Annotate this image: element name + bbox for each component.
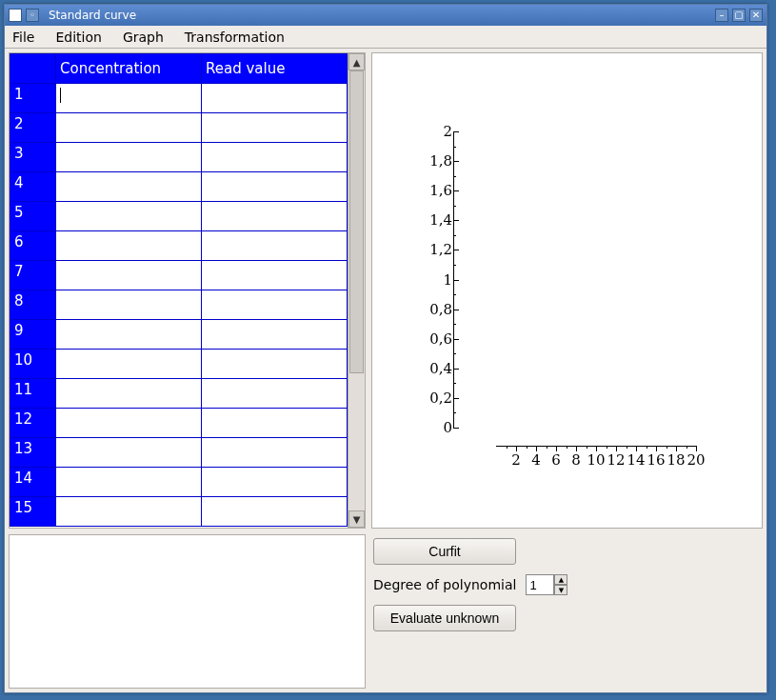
row-header[interactable]: 13 bbox=[10, 438, 56, 468]
y-subtick bbox=[453, 265, 456, 266]
scroll-thumb[interactable] bbox=[349, 70, 364, 373]
x-subtick bbox=[507, 446, 507, 449]
concentration-cell[interactable] bbox=[56, 497, 202, 527]
concentration-cell[interactable] bbox=[56, 261, 202, 290]
x-tick-label: 20 bbox=[686, 451, 705, 469]
concentration-cell[interactable] bbox=[56, 468, 202, 497]
y-tick-label: 1,2 bbox=[414, 241, 452, 258]
row-header[interactable]: 6 bbox=[10, 231, 56, 261]
row-header[interactable]: 14 bbox=[10, 468, 56, 497]
row-header[interactable]: 1 bbox=[10, 84, 56, 113]
x-subtick bbox=[567, 446, 567, 449]
table-row: 2 bbox=[10, 113, 348, 143]
concentration-cell[interactable] bbox=[56, 379, 202, 409]
x-subtick bbox=[627, 446, 627, 449]
x-subtick bbox=[686, 446, 687, 449]
y-subtick bbox=[453, 353, 456, 354]
read-value-cell[interactable] bbox=[202, 113, 348, 143]
log-panel bbox=[9, 534, 366, 689]
row-header[interactable]: 15 bbox=[10, 497, 56, 527]
close-button[interactable]: ✕ bbox=[749, 9, 763, 22]
concentration-cell[interactable] bbox=[56, 320, 202, 350]
concentration-cell[interactable] bbox=[56, 84, 202, 113]
scroll-up-arrow[interactable]: ▲ bbox=[348, 53, 365, 70]
table-scrollbar[interactable]: ▲ ▼ bbox=[348, 53, 365, 528]
y-subtick bbox=[453, 412, 456, 413]
read-value-cell[interactable] bbox=[202, 350, 348, 379]
window-menu-button[interactable]: ◦ bbox=[26, 9, 39, 22]
read-value-cell[interactable] bbox=[202, 468, 348, 497]
scroll-down-arrow[interactable]: ▼ bbox=[348, 510, 365, 528]
scroll-track[interactable] bbox=[348, 70, 365, 510]
x-tick-label: 4 bbox=[531, 451, 541, 469]
menu-transformation[interactable]: Transformation bbox=[183, 28, 287, 47]
y-tick bbox=[453, 310, 459, 310]
x-subtick bbox=[587, 446, 587, 449]
concentration-cell[interactable] bbox=[56, 350, 202, 379]
row-header[interactable]: 4 bbox=[10, 172, 56, 202]
table-row: 6 bbox=[10, 231, 348, 261]
row-header[interactable]: 8 bbox=[10, 290, 56, 320]
table-corner-cell[interactable] bbox=[10, 54, 56, 84]
read-value-cell[interactable] bbox=[202, 202, 348, 231]
content-area: Concentration Read value 123456789101112… bbox=[5, 49, 766, 692]
concentration-cell[interactable] bbox=[56, 409, 202, 438]
concentration-cell[interactable] bbox=[56, 231, 202, 261]
x-subtick bbox=[647, 446, 647, 449]
app-window: ◦ Standard curve – ▢ ✕ File Edition Grap… bbox=[4, 4, 767, 693]
row-header[interactable]: 10 bbox=[10, 350, 56, 379]
curfit-button[interactable]: Curfit bbox=[373, 538, 516, 565]
row-header[interactable]: 11 bbox=[10, 379, 56, 409]
degree-up-button[interactable]: ▲ bbox=[554, 574, 567, 585]
concentration-cell[interactable] bbox=[56, 438, 202, 468]
read-value-cell[interactable] bbox=[202, 379, 348, 409]
read-value-cell[interactable] bbox=[202, 261, 348, 290]
row-header[interactable]: 3 bbox=[10, 143, 56, 172]
app-icon bbox=[9, 9, 22, 22]
table-row: 14 bbox=[10, 468, 348, 497]
concentration-cell[interactable] bbox=[56, 202, 202, 231]
row-header[interactable]: 9 bbox=[10, 320, 56, 350]
menu-file[interactable]: File bbox=[10, 28, 36, 47]
row-header[interactable]: 7 bbox=[10, 261, 56, 290]
read-value-cell[interactable] bbox=[202, 290, 348, 320]
read-value-cell[interactable] bbox=[202, 438, 348, 468]
y-subtick bbox=[453, 176, 456, 177]
read-value-cell[interactable] bbox=[202, 143, 348, 172]
read-value-cell[interactable] bbox=[202, 409, 348, 438]
menu-edition[interactable]: Edition bbox=[53, 28, 103, 47]
minimize-button[interactable]: – bbox=[715, 9, 728, 22]
x-tick-label: 6 bbox=[551, 451, 561, 469]
row-header[interactable]: 5 bbox=[10, 202, 56, 231]
read-value-cell[interactable] bbox=[202, 320, 348, 350]
y-tick bbox=[453, 220, 459, 221]
read-value-cell[interactable] bbox=[202, 497, 348, 527]
x-tick-label: 14 bbox=[627, 451, 645, 469]
x-tick-label: 16 bbox=[647, 451, 665, 469]
col-header-concentration[interactable]: Concentration bbox=[56, 54, 202, 84]
concentration-cell[interactable] bbox=[56, 143, 202, 172]
x-tick-label: 2 bbox=[511, 451, 521, 469]
x-subtick bbox=[547, 446, 547, 449]
concentration-cell[interactable] bbox=[56, 290, 202, 320]
x-subtick bbox=[607, 446, 607, 449]
degree-down-button[interactable]: ▼ bbox=[554, 585, 567, 595]
y-subtick bbox=[453, 147, 456, 148]
degree-spinner[interactable]: ▲ ▼ bbox=[526, 574, 567, 595]
maximize-button[interactable]: ▢ bbox=[732, 9, 746, 22]
col-header-read-value[interactable]: Read value bbox=[202, 54, 348, 84]
row-header[interactable]: 2 bbox=[10, 113, 56, 143]
menu-graph[interactable]: Graph bbox=[121, 28, 166, 47]
concentration-cell[interactable] bbox=[56, 172, 202, 202]
table-row: 15 bbox=[10, 497, 348, 527]
y-tick-label: 0,6 bbox=[414, 330, 452, 348]
concentration-cell[interactable] bbox=[56, 113, 202, 143]
read-value-cell[interactable] bbox=[202, 172, 348, 202]
degree-input[interactable] bbox=[526, 574, 554, 595]
read-value-cell[interactable] bbox=[202, 231, 348, 261]
evaluate-unknown-button[interactable]: Evaluate unknown bbox=[373, 605, 516, 631]
row-header[interactable]: 12 bbox=[10, 409, 56, 438]
graph-area: 00,20,40,60,811,21,41,61,822468101214161… bbox=[371, 52, 763, 529]
y-tick-label: 0 bbox=[414, 419, 452, 436]
read-value-cell[interactable] bbox=[202, 84, 348, 113]
